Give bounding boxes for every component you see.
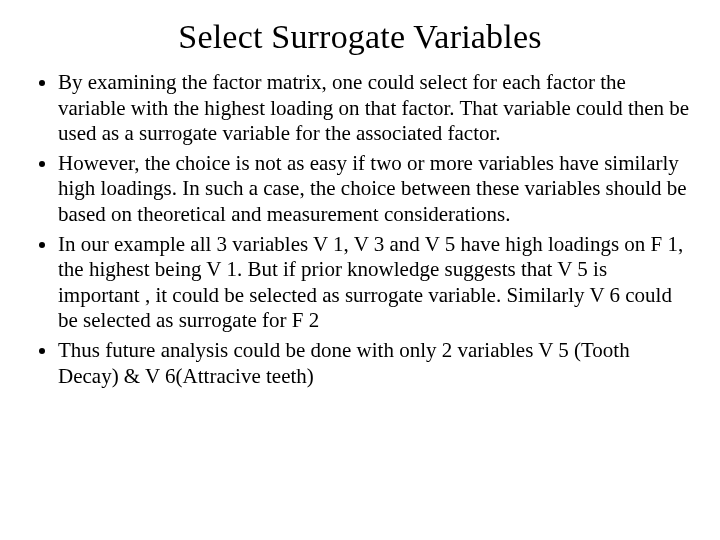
list-item: Thus future analysis could be done with … (58, 338, 690, 389)
list-item: However, the choice is not as easy if tw… (58, 151, 690, 228)
slide: Select Surrogate Variables By examining … (0, 0, 720, 540)
bullet-list: By examining the factor matrix, one coul… (30, 70, 690, 389)
list-item: By examining the factor matrix, one coul… (58, 70, 690, 147)
list-item: In our example all 3 variables V 1, V 3 … (58, 232, 690, 334)
slide-title: Select Surrogate Variables (30, 18, 690, 56)
